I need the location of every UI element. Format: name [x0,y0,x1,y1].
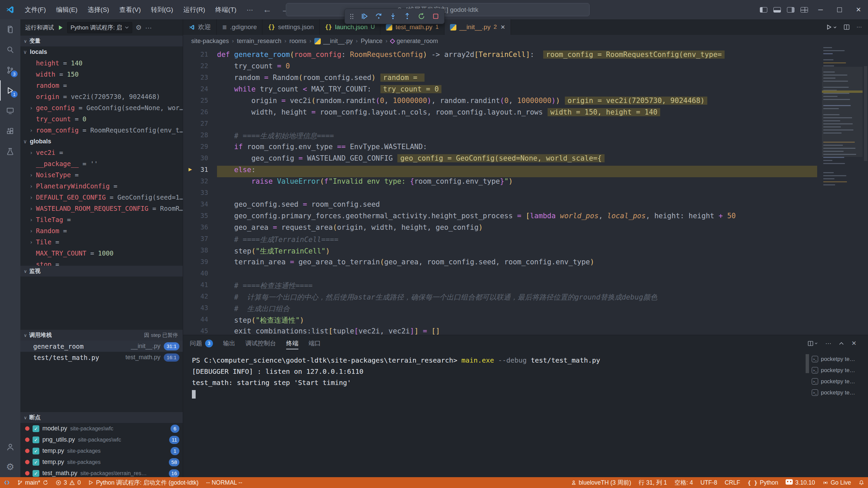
debug-config-dropdown[interactable]: Python 调试程序: 启 [67,22,132,33]
drag-handle-icon[interactable] [350,14,351,15]
variable-row[interactable]: ›room_config = RoomRequestConfig(env_t… [20,125,183,136]
statusbar-debug-config[interactable]: Python 调试程序: 启动文件 (godot-ldtk) [84,477,202,488]
nav-back-button[interactable]: ← [258,4,276,15]
statusbar-remote-indicator[interactable] [0,477,14,488]
breadcrumb-item[interactable]: rooms [289,38,306,45]
activity-accounts[interactable] [0,436,20,457]
panel-tab-输出[interactable]: 输出 [223,335,235,351]
statusbar-encoding[interactable]: UTF-8 [697,477,721,488]
variable-row[interactable]: MAX_TRY_COUNT = 1000 [20,248,183,259]
panel-more-actions-button[interactable]: ··· [825,340,831,347]
tab-settings.json[interactable]: {}settings.json [262,19,319,35]
terminal-split-button[interactable] [808,341,818,346]
activity-remote-explorer[interactable] [0,101,20,121]
stack-frame[interactable]: test/test_math.pytest_math.py16:1 [20,352,183,363]
activity-explorer[interactable] [0,19,20,40]
code-editor[interactable]: 2021def generate_room(room_config: RoomR… [183,47,868,335]
variable-group[interactable]: ∨globals [20,136,183,147]
step-into-button[interactable] [389,13,397,20]
menu-item[interactable]: 运行(R) [178,0,210,19]
breakpoint-row[interactable]: ✓test_math.pysite-packages\terrain_res…1… [20,468,183,477]
breadcrumb-item[interactable]: generate_room [391,38,438,45]
close-window-button[interactable]: ✕ [849,0,868,19]
statusbar-notifications[interactable] [855,477,868,488]
continue-button[interactable] [361,13,368,20]
toggle-secondary-sidebar-button[interactable] [784,0,797,19]
variable-row[interactable]: ›WASTELAND_ROOM_REQUEST_CONFIG = RoomR… [20,203,183,214]
breakpoint-checkbox[interactable]: ✓ [33,425,39,432]
restart-button[interactable] [418,13,425,20]
variable-row[interactable]: width = 150 [20,69,183,80]
minimap[interactable] [822,47,863,335]
statusbar-git-blame[interactable]: blueloveTH (3 周前) [567,477,635,488]
toggle-primary-sidebar-button[interactable] [757,0,770,19]
terminal-list-item[interactable]: >_pocketpy te… [810,365,868,376]
tab-欢迎[interactable]: 欢迎 [183,19,217,35]
call-stack-section-header[interactable]: ∨调用堆栈 因 step 已暂停 [20,330,183,341]
tab-.gdignore[interactable]: ≣.gdignore [217,19,262,35]
stop-button[interactable] [432,13,439,20]
variable-row[interactable]: height = 140 [20,58,183,69]
activity-testing[interactable] [0,141,20,162]
variable-row[interactable]: ›Tile = [20,237,183,248]
menu-item[interactable]: 查看(V) [114,0,146,19]
panel-tab-端口[interactable]: 端口 [309,335,321,351]
maximize-panel-button[interactable] [839,341,844,346]
editor-more-actions-button[interactable]: ··· [856,24,862,30]
breadcrumb-item[interactable]: terrain_research [237,38,281,45]
breadcrumb-item[interactable]: __init__.py [314,38,353,45]
more-actions-icon[interactable]: ··· [145,24,152,32]
statusbar-problems[interactable]: 30 [52,477,84,488]
activity-extensions[interactable] [0,121,20,141]
breakpoint-checkbox[interactable]: ✓ [33,448,39,454]
breakpoint-row[interactable]: ✓temp.pysite-packages58 [20,456,183,468]
breakpoint-checkbox[interactable]: ✓ [33,436,39,443]
variable-row[interactable]: try_count = 0 [20,114,183,125]
menu-item[interactable]: ··· [241,0,258,19]
breakpoint-row[interactable]: ✓temp.pysite-packages1 [20,445,183,456]
run-python-file-button[interactable] [826,24,837,30]
terminal-list-item[interactable]: >_pocketpy te… [810,387,868,398]
editor-scrollbar[interactable] [863,47,868,335]
variable-row[interactable]: stop = [20,259,183,266]
customize-layout-button[interactable] [797,0,811,19]
gear-icon[interactable]: ⚙ [136,23,142,32]
terminal-list-item[interactable]: >_pocketpy te… [810,376,868,387]
statusbar-language-mode[interactable]: { }Python [744,477,782,488]
statusbar-indentation[interactable]: 空格: 4 [671,477,696,488]
start-debug-icon[interactable] [57,24,64,31]
menu-item[interactable]: 终端(T) [210,0,241,19]
breakpoints-section-header[interactable]: ∨断点 [20,412,183,423]
split-editor-button[interactable] [844,24,850,30]
activity-manage-gear[interactable]: ⚙ [0,457,20,477]
variable-group[interactable]: ∨locals [20,46,183,58]
breadcrumb-item[interactable]: site-packages [191,38,229,45]
variable-row[interactable]: random = [20,80,183,91]
activity-source-control[interactable]: 3 [0,60,20,80]
breadcrumb[interactable]: site-packages›terrain_research›rooms›__i… [183,35,868,47]
panel-tab-问题[interactable]: 问题3 [190,335,213,351]
variable-row[interactable]: ›NoiseType = [20,169,183,181]
menu-item[interactable]: 文件(F) [20,0,51,19]
menu-item[interactable]: 编辑(E) [51,0,82,19]
panel-tab-终端[interactable]: 终端 [286,335,298,351]
variable-row[interactable]: ›TileTag = [20,214,183,225]
variables-list[interactable]: ∨localsheight = 140width = 150random = o… [20,46,183,266]
watch-section-header[interactable]: ∨监视 [20,266,183,277]
terminal-list-item[interactable]: >_pocketpy te… [810,353,868,365]
terminal-output[interactable]: PS C:\computer_science\godot-ldtk\site-p… [183,351,805,477]
breakpoint-row[interactable]: ✓model.pysite-packages\wfc6 [20,423,183,434]
variable-row[interactable]: ›PlanetaryWindConfig = [20,181,183,192]
watch-list[interactable] [20,277,183,330]
menu-item[interactable]: 选择(S) [83,0,114,19]
close-icon[interactable]: ✕ [500,24,505,31]
variable-row[interactable]: origin = vec2i(7205730, 9024468) [20,91,183,102]
terminal-instance-list[interactable]: >_pocketpy te…>_pocketpy te…>_pocketpy t… [810,351,868,477]
menu-item[interactable]: 转到(G) [146,0,178,19]
activity-run-and-debug[interactable]: 1 [0,80,20,101]
toggle-panel-button[interactable] [770,0,784,19]
step-over-button[interactable] [375,13,382,20]
variable-row[interactable]: __package__ = '' [20,158,183,169]
breakpoint-checkbox[interactable]: ✓ [33,459,39,466]
maximize-button[interactable] [830,0,849,19]
